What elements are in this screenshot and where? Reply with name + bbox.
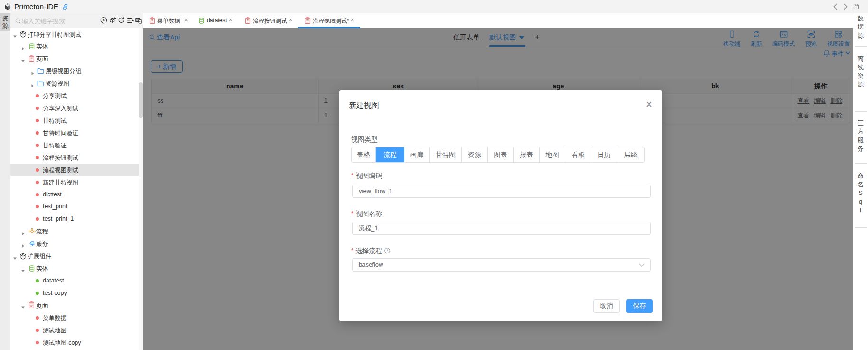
- svg-text:AI: AI: [103, 19, 105, 22]
